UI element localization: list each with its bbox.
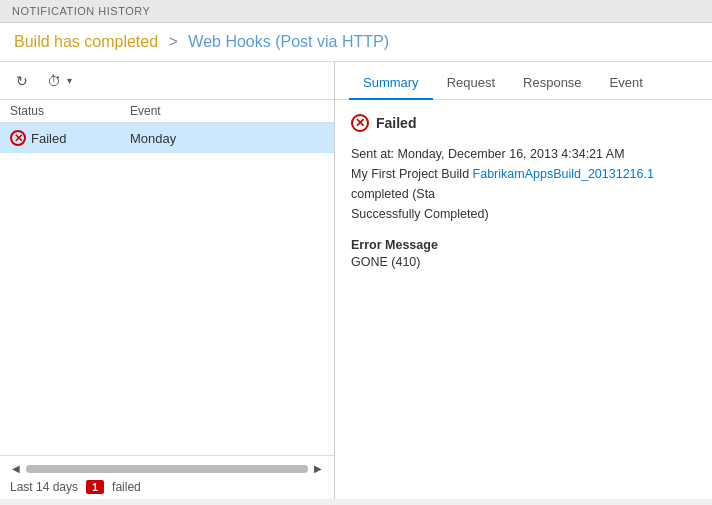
- col-header-status: Status: [10, 104, 130, 118]
- history-icon: ⏱: [42, 69, 66, 93]
- sent-line: Sent at: Monday, December 16, 2013 4:34:…: [351, 144, 696, 164]
- scroll-right-arrow[interactable]: ▶: [312, 461, 324, 476]
- cell-event: Monday: [130, 131, 324, 146]
- last-days-label: Last 14 days: [10, 480, 78, 494]
- detail-prefix: My First Project Build: [351, 167, 473, 181]
- footer-stats: Last 14 days 1 failed: [10, 480, 324, 494]
- refresh-button[interactable]: ↻: [10, 69, 34, 93]
- tabs-bar: Summary Request Response Event: [335, 62, 712, 100]
- tab-event[interactable]: Event: [596, 67, 657, 100]
- right-panel: Summary Request Response Event ✕ Failed …: [335, 62, 712, 499]
- table-body: ✕ Failed Monday: [0, 123, 334, 455]
- left-panel: ↻ ⏱ ▾ Status Event ✕ Failed Monday ◀: [0, 62, 335, 499]
- detail-line1: My First Project Build FabrikamAppsBuild…: [351, 164, 696, 204]
- tab-request[interactable]: Request: [433, 67, 509, 100]
- status-text: Failed: [31, 131, 66, 146]
- cell-status: ✕ Failed: [10, 130, 130, 146]
- scroll-thumb: [26, 465, 308, 473]
- tab-summary[interactable]: Summary: [349, 67, 433, 100]
- tab-response[interactable]: Response: [509, 67, 596, 100]
- table-header: Status Event: [0, 100, 334, 123]
- history-icon-group[interactable]: ⏱ ▾: [42, 69, 72, 93]
- scroll-track[interactable]: [26, 465, 308, 473]
- col-header-event: Event: [130, 104, 324, 118]
- status-heading-text: Failed: [376, 115, 416, 131]
- breadcrumb-part2: Web Hooks (Post via HTTP): [188, 33, 389, 50]
- breadcrumb-separator: >: [169, 33, 178, 50]
- scroll-left-arrow[interactable]: ◀: [10, 461, 22, 476]
- detail-link[interactable]: FabrikamAppsBuild_20131216.1: [473, 167, 654, 181]
- failed-icon: ✕: [10, 130, 26, 146]
- table-row[interactable]: ✕ Failed Monday: [0, 123, 334, 153]
- history-dropdown-arrow[interactable]: ▾: [67, 75, 72, 86]
- detail-text: Sent at: Monday, December 16, 2013 4:34:…: [351, 144, 696, 224]
- main-content: ↻ ⏱ ▾ Status Event ✕ Failed Monday ◀: [0, 62, 712, 499]
- failed-count-badge: 1: [86, 480, 104, 494]
- breadcrumb-part1: Build has completed: [14, 33, 158, 50]
- detail-suffix: completed (Sta: [351, 187, 435, 201]
- error-section: Error Message GONE (410): [351, 238, 696, 269]
- status-heading: ✕ Failed: [351, 114, 696, 132]
- top-bar-title: NOTIFICATION HISTORY: [12, 5, 150, 17]
- right-content: ✕ Failed Sent at: Monday, December 16, 2…: [335, 100, 712, 499]
- error-label: Error Message: [351, 238, 696, 252]
- left-bottom: ◀ ▶ Last 14 days 1 failed: [0, 455, 334, 499]
- detail-line2: Successfully Completed): [351, 204, 696, 224]
- top-bar: NOTIFICATION HISTORY: [0, 0, 712, 23]
- error-value: GONE (410): [351, 255, 696, 269]
- breadcrumb-bar: Build has completed > Web Hooks (Post vi…: [0, 23, 712, 62]
- failed-label: failed: [112, 480, 141, 494]
- left-toolbar: ↻ ⏱ ▾: [0, 62, 334, 100]
- scrollbar-area: ◀ ▶: [10, 461, 324, 476]
- status-heading-icon: ✕: [351, 114, 369, 132]
